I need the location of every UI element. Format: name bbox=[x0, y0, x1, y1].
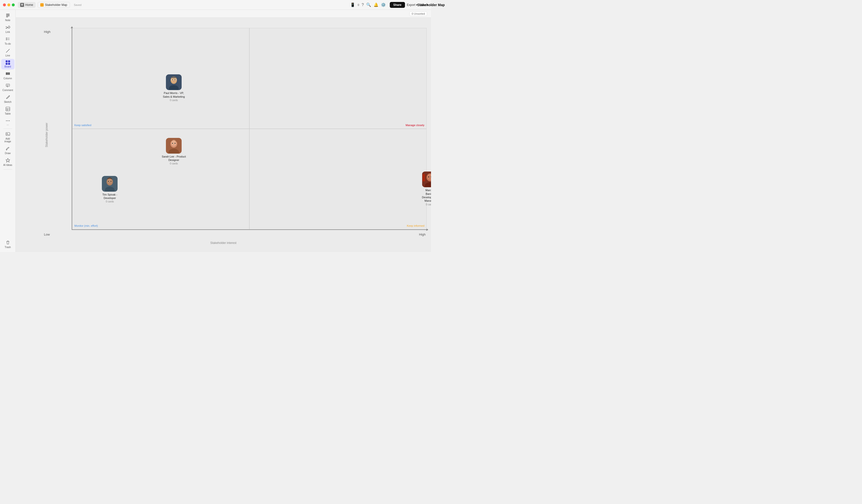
draw-label: Draw bbox=[5, 152, 11, 155]
todo-icon bbox=[6, 37, 10, 42]
svg-rect-10 bbox=[8, 72, 9, 75]
sidebar-divider bbox=[3, 129, 12, 129]
interest-axis-label: Stakeholder interest bbox=[210, 241, 237, 244]
sidebar-item-more[interactable]: ... bbox=[1, 117, 14, 127]
avatar-marcus-banik bbox=[422, 172, 431, 187]
stakeholder-tim-spivak[interactable]: Tim Spivak - Developer 0 cards bbox=[96, 176, 123, 203]
sarah-lee-name: Sarah Lee - Product Designer bbox=[160, 155, 187, 162]
svg-rect-63 bbox=[422, 174, 425, 181]
power-axis-label: Stakeholder power bbox=[45, 122, 48, 147]
svg-rect-3 bbox=[6, 17, 8, 17]
link-icon bbox=[6, 25, 10, 30]
tab-home[interactable]: M Home bbox=[18, 2, 36, 8]
sidebar-item-comment[interactable]: Comment bbox=[1, 82, 14, 93]
svg-point-49 bbox=[172, 143, 173, 144]
tab-doc[interactable]: Stakeholder Map bbox=[38, 2, 70, 8]
m-logo-icon: M bbox=[20, 3, 24, 7]
sidebar-item-board[interactable]: Board bbox=[1, 59, 14, 69]
svg-rect-5 bbox=[6, 39, 7, 40]
title-bar-right: 📱 0 ? 🔍 🔔 ⚙️ Share Export ▾ View ▾ bbox=[350, 2, 428, 8]
share-button[interactable]: Share bbox=[390, 2, 405, 8]
svg-point-61 bbox=[428, 176, 429, 177]
tab-area: M Home Stakeholder Map Saved bbox=[18, 2, 350, 8]
board-icon bbox=[6, 61, 10, 65]
paul-morris-cards: 0 cards bbox=[170, 99, 178, 102]
sidebar-item-ai-ideas[interactable]: AI Ideas bbox=[1, 157, 14, 168]
column-icon bbox=[6, 71, 10, 77]
close-button[interactable] bbox=[3, 3, 6, 6]
x-axis bbox=[72, 229, 427, 230]
svg-point-50 bbox=[174, 143, 175, 144]
canvas: Stakeholder power Stakeholder interest H… bbox=[16, 18, 431, 252]
page-title: Stakeholder Map bbox=[417, 3, 431, 7]
add-image-icon bbox=[6, 132, 10, 137]
link-label: Link bbox=[5, 31, 10, 34]
sidebar-item-trash[interactable]: Trash bbox=[1, 239, 14, 250]
settings-icon[interactable]: ⚙️ bbox=[381, 2, 386, 7]
stakeholder-sarah-lee[interactable]: Sarah Lee - Product Designer 0 cards bbox=[160, 138, 187, 165]
trash-icon bbox=[6, 240, 10, 246]
svg-point-38 bbox=[175, 79, 177, 80]
svg-point-56 bbox=[111, 181, 112, 182]
toolbar-icons: 📱 0 ? 🔍 🔔 ⚙️ bbox=[350, 2, 386, 7]
quadrant-top-right: Manage closely bbox=[249, 28, 427, 129]
stakeholder-paul-morris[interactable]: Paul Morris - VP, Sales & Marketing 0 ca… bbox=[160, 74, 187, 102]
trash-label: Trash bbox=[5, 246, 11, 249]
unsorted-badge[interactable]: 0 Unsorted bbox=[409, 12, 427, 16]
todo-label: To-do bbox=[5, 42, 11, 45]
tim-spivak-name: Tim Spivak - Developer bbox=[96, 193, 123, 200]
quadrant-bottom-right: Keep informed bbox=[249, 129, 427, 230]
sidebar-item-link[interactable]: Link bbox=[1, 24, 14, 35]
more-icon bbox=[6, 119, 10, 122]
svg-point-37 bbox=[171, 79, 172, 80]
draw-icon bbox=[6, 146, 10, 151]
sidebar-item-note[interactable]: Note bbox=[1, 12, 14, 23]
search-icon[interactable]: 🔍 bbox=[366, 2, 371, 7]
maximize-button[interactable] bbox=[12, 3, 15, 6]
high-power-label: High bbox=[44, 30, 51, 34]
sidebar-item-table[interactable]: Table bbox=[1, 105, 14, 117]
avatar-tim-spivak bbox=[102, 176, 118, 191]
svg-point-19 bbox=[6, 120, 6, 121]
svg-marker-24 bbox=[6, 158, 10, 162]
svg-point-23 bbox=[6, 133, 8, 134]
column-label: Column bbox=[3, 77, 12, 80]
svg-rect-4 bbox=[6, 38, 7, 39]
sidebar-item-sketch[interactable]: Sketch bbox=[1, 93, 14, 105]
sidebar-item-line[interactable]: Line bbox=[1, 47, 14, 58]
quadrant-grid: Keep satisfied Manage closely Monitor (m… bbox=[72, 28, 427, 229]
sketch-icon bbox=[6, 95, 10, 100]
help-icon[interactable]: ? bbox=[362, 3, 364, 7]
table-icon bbox=[6, 107, 10, 112]
ai-ideas-label: AI Ideas bbox=[3, 164, 12, 167]
sidebar-divider-2 bbox=[3, 169, 12, 170]
sidebar-item-draw[interactable]: Draw bbox=[1, 145, 14, 156]
line-icon bbox=[6, 49, 10, 54]
x-axis-arrow bbox=[426, 228, 428, 231]
chart-area: Keep satisfied Manage closely Monitor (m… bbox=[50, 28, 427, 239]
svg-rect-15 bbox=[6, 107, 10, 111]
marcus-banik-cards: 0 cards bbox=[426, 203, 431, 206]
manage-closely-label: Manage closely bbox=[406, 124, 425, 127]
home-tab-label: Home bbox=[25, 3, 33, 6]
table-label: Table bbox=[5, 112, 11, 115]
sidebar-item-column[interactable]: Column bbox=[1, 70, 14, 81]
sidebar-item-add-image[interactable]: Add image bbox=[1, 130, 14, 144]
mobile-icon[interactable]: 📱 bbox=[350, 2, 355, 7]
doc-tab-label: Stakeholder Map bbox=[45, 3, 67, 6]
stakeholder-marcus-banik[interactable]: Marcus Banik - Development Manager 0 car… bbox=[422, 172, 431, 205]
export-button[interactable]: Export ▾ bbox=[407, 3, 418, 6]
sidebar: Note Link To-do Line Boa bbox=[0, 10, 16, 252]
sarah-lee-cards: 0 cards bbox=[170, 162, 178, 165]
saved-status: Saved bbox=[74, 3, 81, 6]
avatar-paul-morris bbox=[166, 74, 182, 90]
add-image-label: Add image bbox=[3, 137, 13, 143]
minimize-button[interactable] bbox=[8, 3, 10, 6]
doc-tab-icon bbox=[40, 3, 44, 6]
svg-point-55 bbox=[108, 181, 109, 182]
sidebar-item-todo[interactable]: To-do bbox=[1, 35, 14, 47]
more-label: ... bbox=[6, 123, 9, 125]
svg-rect-12 bbox=[6, 84, 10, 87]
notifications-icon[interactable]: 🔔 bbox=[374, 2, 378, 7]
note-label: Note bbox=[5, 19, 10, 22]
